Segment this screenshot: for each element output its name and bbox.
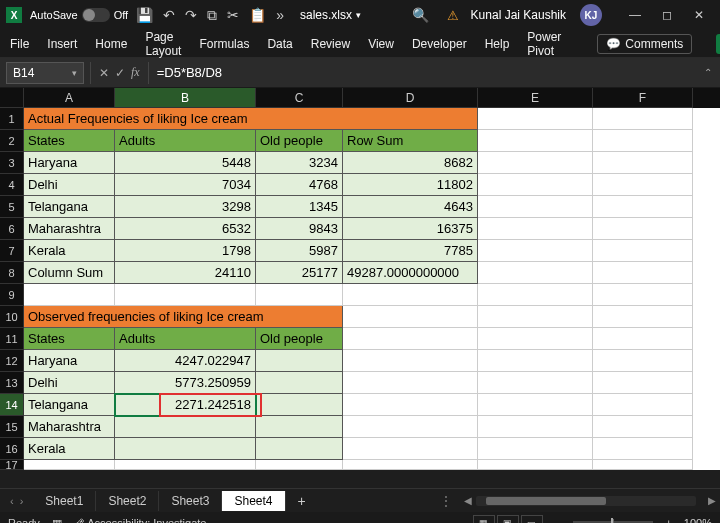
- undo-icon[interactable]: ↶: [163, 7, 175, 23]
- cell-D16[interactable]: [343, 438, 478, 460]
- cell-D1[interactable]: [343, 108, 478, 130]
- cell-B4[interactable]: 7034: [115, 174, 256, 196]
- toggle-switch-icon[interactable]: [82, 8, 110, 22]
- cell-B3[interactable]: 5448: [115, 152, 256, 174]
- cell-B7[interactable]: 1798: [115, 240, 256, 262]
- cell-A17[interactable]: [24, 460, 115, 470]
- tab-review[interactable]: Review: [311, 37, 350, 51]
- minimize-button[interactable]: —: [620, 3, 650, 27]
- sheet-tab-1[interactable]: Sheet1: [33, 491, 96, 511]
- save-icon[interactable]: 💾: [136, 7, 153, 23]
- cell-A15[interactable]: Maharashtra: [24, 416, 115, 438]
- filename-display[interactable]: sales.xlsx ▾: [300, 8, 361, 22]
- cell-B9[interactable]: [115, 284, 256, 306]
- cell-A6[interactable]: Maharashtra: [24, 218, 115, 240]
- tab-home[interactable]: Home: [95, 37, 127, 51]
- cell-C17[interactable]: [256, 460, 343, 470]
- cell-E16[interactable]: [478, 438, 593, 460]
- cell-A7[interactable]: Kerala: [24, 240, 115, 262]
- tab-view[interactable]: View: [368, 37, 394, 51]
- cell-D2[interactable]: Row Sum: [343, 130, 478, 152]
- cell-E11[interactable]: [478, 328, 593, 350]
- cell-C14[interactable]: [256, 394, 343, 416]
- hscroll-left-icon[interactable]: ◀: [460, 495, 476, 506]
- cell-E9[interactable]: [478, 284, 593, 306]
- row-header-5[interactable]: 5: [0, 196, 24, 218]
- name-box[interactable]: B14 ▾: [6, 62, 84, 84]
- close-button[interactable]: ✕: [684, 3, 714, 27]
- cell-F17[interactable]: [593, 460, 693, 470]
- col-header-A[interactable]: A: [24, 88, 115, 108]
- cell-B14[interactable]: 2271.242518: [115, 394, 256, 416]
- cell-C8[interactable]: 25177: [256, 262, 343, 284]
- user-avatar[interactable]: KJ: [580, 4, 602, 26]
- expand-formula-icon[interactable]: ⌃: [696, 67, 720, 78]
- sheet-tab-2[interactable]: Sheet2: [96, 491, 159, 511]
- cell-E17[interactable]: [478, 460, 593, 470]
- cell-A8[interactable]: Column Sum: [24, 262, 115, 284]
- cell-A9[interactable]: [24, 284, 115, 306]
- cell-E13[interactable]: [478, 372, 593, 394]
- cell-A4[interactable]: Delhi: [24, 174, 115, 196]
- cell-C13[interactable]: [256, 372, 343, 394]
- cell-E2[interactable]: [478, 130, 593, 152]
- cell-A14[interactable]: Telangana: [24, 394, 115, 416]
- row-header-7[interactable]: 7: [0, 240, 24, 262]
- cell-C4[interactable]: 4768: [256, 174, 343, 196]
- cell-F1[interactable]: [593, 108, 693, 130]
- cell-A1[interactable]: Actual Frequencies of liking Ice cream: [24, 108, 343, 130]
- row-header-14[interactable]: 14: [0, 394, 24, 416]
- tab-developer[interactable]: Developer: [412, 37, 467, 51]
- zoom-level[interactable]: 100%: [684, 517, 712, 523]
- col-header-C[interactable]: C: [256, 88, 343, 108]
- cell-A5[interactable]: Telangana: [24, 196, 115, 218]
- cell-B15[interactable]: [115, 416, 256, 438]
- row-header-1[interactable]: 1: [0, 108, 24, 130]
- row-header-13[interactable]: 13: [0, 372, 24, 394]
- cell-C5[interactable]: 1345: [256, 196, 343, 218]
- cell-B13[interactable]: 5773.250959: [115, 372, 256, 394]
- tab-data[interactable]: Data: [267, 37, 292, 51]
- cell-D12[interactable]: [343, 350, 478, 372]
- row-header-11[interactable]: 11: [0, 328, 24, 350]
- row-header-10[interactable]: 10: [0, 306, 24, 328]
- tab-page-layout[interactable]: Page Layout: [145, 30, 181, 58]
- row-header-4[interactable]: 4: [0, 174, 24, 196]
- cell-C2[interactable]: Old people: [256, 130, 343, 152]
- row-header-16[interactable]: 16: [0, 438, 24, 460]
- cell-F7[interactable]: [593, 240, 693, 262]
- cells-area[interactable]: Actual Frequencies of liking Ice cream S…: [24, 108, 720, 470]
- cell-A10[interactable]: Observed frequencies of liking Ice cream: [24, 306, 343, 328]
- tab-formulas[interactable]: Formulas: [199, 37, 249, 51]
- cell-C9[interactable]: [256, 284, 343, 306]
- stats-icon[interactable]: ▦: [52, 517, 62, 524]
- accept-formula-icon[interactable]: ✓: [115, 66, 125, 80]
- cell-A13[interactable]: Delhi: [24, 372, 115, 394]
- cell-F2[interactable]: [593, 130, 693, 152]
- cell-E8[interactable]: [478, 262, 593, 284]
- cell-A16[interactable]: Kerala: [24, 438, 115, 460]
- zoom-in-icon[interactable]: +: [665, 517, 671, 523]
- cell-B17[interactable]: [115, 460, 256, 470]
- cell-D11[interactable]: [343, 328, 478, 350]
- cell-E3[interactable]: [478, 152, 593, 174]
- cell-D10[interactable]: [343, 306, 478, 328]
- cell-B8[interactable]: 24110: [115, 262, 256, 284]
- cell-D7[interactable]: 7785: [343, 240, 478, 262]
- cell-E14[interactable]: [478, 394, 593, 416]
- cell-C11[interactable]: Old people: [256, 328, 343, 350]
- cell-D9[interactable]: [343, 284, 478, 306]
- warning-icon[interactable]: ⚠: [447, 8, 459, 23]
- maximize-button[interactable]: ◻: [652, 3, 682, 27]
- row-header-8[interactable]: 8: [0, 262, 24, 284]
- cell-D8[interactable]: 49287.0000000000: [343, 262, 478, 284]
- cell-F14[interactable]: [593, 394, 693, 416]
- page-layout-button[interactable]: ▣: [497, 515, 519, 523]
- cell-E7[interactable]: [478, 240, 593, 262]
- cell-C15[interactable]: [256, 416, 343, 438]
- cell-E1[interactable]: [478, 108, 593, 130]
- row-header-9[interactable]: 9: [0, 284, 24, 306]
- search-icon[interactable]: 🔍: [412, 7, 429, 23]
- copy-icon[interactable]: ⧉: [207, 7, 217, 24]
- cell-B2[interactable]: Adults: [115, 130, 256, 152]
